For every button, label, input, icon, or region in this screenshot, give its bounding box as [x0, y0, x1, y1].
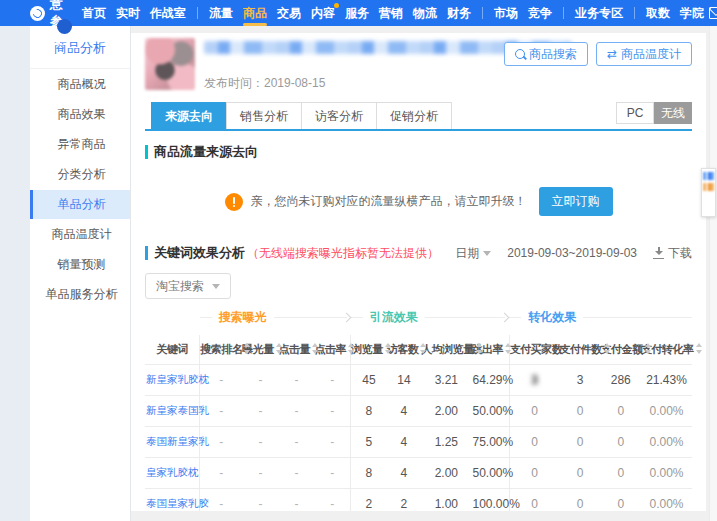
sidebar-collapse-button[interactable] — [57, 19, 72, 34]
analysis-tabs: 来源去向销售分析访客分析促销分析 — [151, 102, 451, 129]
column-header: 点击率 — [315, 335, 351, 365]
table-cell: - — [278, 489, 314, 512]
nav-separator — [563, 7, 564, 19]
sort-icon[interactable] — [276, 343, 283, 354]
table-cell: 0 — [509, 396, 559, 427]
sort-icon[interactable] — [604, 343, 611, 354]
device-wireless-button[interactable]: 无线 — [654, 102, 692, 124]
table-cell: - — [242, 396, 278, 427]
nav-item[interactable]: 市场 — [493, 0, 519, 26]
sort-icon[interactable] — [385, 343, 392, 354]
floating-widget[interactable] — [701, 168, 716, 217]
sort-icon[interactable] — [420, 343, 427, 354]
column-header-label: 人均浏览量 — [421, 343, 474, 355]
group-line — [509, 317, 521, 318]
table-cell: 8 — [351, 458, 387, 489]
subscribe-button[interactable]: 立即订购 — [539, 187, 613, 216]
keyword-link[interactable]: 新皇家乳胶枕 — [145, 365, 200, 396]
sidebar-item[interactable]: 销量预测 — [30, 250, 130, 279]
flow-section-header: 商品流量来源去向 — [145, 143, 692, 161]
page-scrollbar[interactable] — [709, 26, 717, 521]
table-cell: 5 — [351, 427, 387, 458]
nav-item[interactable]: 物流 — [412, 0, 438, 26]
sidebar-item[interactable]: 商品概况 — [30, 70, 130, 99]
nav-item[interactable]: 首页 — [81, 0, 107, 26]
keyword-link[interactable]: 新皇家泰国乳 — [145, 396, 200, 427]
sidebar-item[interactable]: 异常商品 — [30, 130, 130, 159]
column-header-label: 搜索排名 — [200, 343, 242, 355]
download-button[interactable]: 下载 — [653, 245, 692, 262]
sort-icon[interactable] — [312, 343, 319, 354]
sidebar-item[interactable]: 商品效果 — [30, 100, 130, 129]
date-dropdown[interactable]: 日期 — [455, 245, 491, 262]
column-group: 转化效果 — [509, 309, 692, 326]
sidebar-item[interactable]: 商品温度计 — [30, 220, 130, 249]
product-search-button[interactable]: 商品搜索 — [504, 42, 588, 66]
device-pc-button[interactable]: PC — [616, 102, 654, 124]
column-header-row: 关键词搜索排名曝光量点击量点击率浏览量访客数人均浏览量跳出率支付买家数支付件数支… — [145, 335, 692, 365]
chevron-down-icon — [483, 251, 491, 256]
table-cell: 2 — [351, 489, 387, 512]
column-group-label: 引流效果 — [370, 309, 418, 326]
nav-item[interactable]: 内容 — [310, 0, 336, 26]
tab[interactable]: 访客分析 — [301, 102, 377, 129]
table-cell: 0 — [601, 396, 641, 427]
table-cell: 0 — [601, 427, 641, 458]
keyword-section-note: （无线端搜索曝光指标暂无法提供） — [247, 245, 439, 262]
nav-item[interactable]: 取数 — [645, 0, 671, 26]
column-header-label: 点击率 — [315, 343, 347, 355]
nav-item[interactable]: 作战室 — [149, 0, 187, 26]
table-row: 皇家乳胶枕----842.0050.00%0000.00% — [145, 458, 692, 489]
content-card: 发布时间：2019-08-15 商品搜索 ⇄ 商品温度计 来源去向销售分析访客分… — [131, 33, 706, 511]
nav-item[interactable]: 交易 — [276, 0, 302, 26]
header-buttons: 商品搜索 ⇄ 商品温度计 — [504, 42, 692, 66]
table-cell: 1.25 — [421, 427, 471, 458]
search-icon — [515, 49, 525, 59]
tab[interactable]: 来源去向 — [151, 102, 227, 129]
keyword-link[interactable]: 泰国皇家乳胶 — [145, 489, 200, 512]
sort-icon[interactable] — [476, 343, 483, 354]
tabs-row: 来源去向销售分析访客分析促销分析 PC 无线 — [145, 102, 692, 131]
nav-separator — [197, 7, 198, 19]
date-range[interactable]: 2019-09-03~2019-09-03 — [507, 246, 637, 260]
sort-icon[interactable] — [696, 343, 703, 354]
group-line — [274, 317, 347, 318]
sidebar-item[interactable]: 单品服务分析 — [30, 280, 130, 309]
sidebar-item[interactable]: 单品分析 — [30, 190, 130, 219]
tab[interactable]: 销售分析 — [226, 102, 302, 129]
nav-item[interactable]: 营销 — [378, 0, 404, 26]
nav-item[interactable]: 学院 — [679, 0, 705, 26]
messages-button[interactable]: 消息 — [709, 0, 717, 30]
sort-icon[interactable] — [505, 343, 512, 354]
nav-item[interactable]: 商品 — [242, 0, 268, 26]
table-cell: 0 — [560, 489, 601, 512]
column-header-label: 关键词 — [156, 343, 188, 355]
table-cell: 50.00% — [471, 458, 509, 489]
column-group-label: 搜索曝光 — [219, 309, 267, 326]
product-thermometer-button[interactable]: ⇄ 商品温度计 — [596, 42, 692, 66]
column-group: 搜索曝光 — [200, 309, 351, 326]
keyword-link[interactable]: 泰国新皇家乳 — [145, 427, 200, 458]
nav-item[interactable]: 服务 — [344, 0, 370, 26]
nav-item[interactable]: 竞争 — [527, 0, 553, 26]
nav-item[interactable]: 财务 — [446, 0, 472, 26]
sort-icon[interactable] — [244, 343, 251, 354]
table-cell: 100.00% — [471, 489, 509, 512]
table-cell: 4 — [387, 458, 421, 489]
column-header-label: 支付件数 — [560, 343, 602, 355]
table-cell: 3 — [509, 365, 559, 396]
nav-item[interactable]: 流量 — [208, 0, 234, 26]
sort-icon[interactable] — [645, 343, 652, 354]
sort-icon[interactable] — [348, 343, 355, 354]
column-header: 点击量 — [278, 335, 314, 365]
column-header: 人均浏览量 — [421, 335, 471, 365]
keyword-link[interactable]: 皇家乳胶枕 — [145, 458, 200, 489]
sidebar-item[interactable]: 分类分析 — [30, 160, 130, 189]
channel-dropdown[interactable]: 淘宝搜索 — [145, 273, 231, 299]
nav-item[interactable]: 业务专区 — [574, 0, 624, 26]
sidebar-items: 商品概况商品效果异常商品分类分析单品分析商品温度计销量预测单品服务分析 — [30, 70, 130, 309]
table-body: 新皇家乳胶枕----45143.2164.29%3328621.43%新皇家泰国… — [145, 365, 692, 512]
table-cell: - — [242, 489, 278, 512]
tab[interactable]: 促销分析 — [376, 102, 452, 129]
nav-item[interactable]: 实时 — [115, 0, 141, 26]
